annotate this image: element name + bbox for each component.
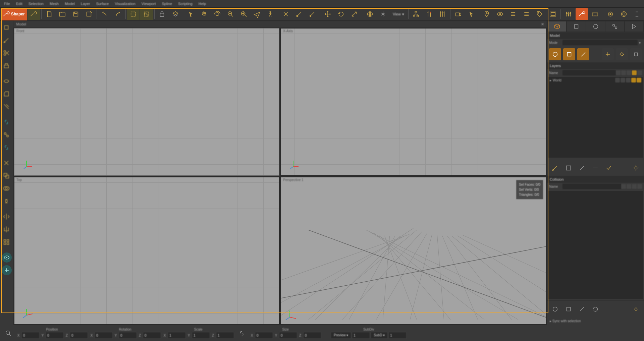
menu-edit[interactable]: Edit <box>13 1 25 6</box>
menu-selection[interactable]: Selection <box>26 1 46 6</box>
rp-coll-4[interactable] <box>589 162 601 174</box>
render-button[interactable] <box>618 8 630 20</box>
rp-show-shaded[interactable] <box>577 48 589 60</box>
frame-button[interactable] <box>547 8 559 20</box>
snap-vertex-button[interactable] <box>279 8 292 20</box>
bb-link-scale[interactable] <box>235 327 248 339</box>
rp-show-wireframe[interactable] <box>563 48 575 60</box>
lt-visibility-toggle[interactable] <box>2 252 12 263</box>
settings-button[interactable] <box>562 8 575 20</box>
menu-visualization[interactable]: Visualization <box>112 1 138 6</box>
rp-coll-3[interactable] <box>576 162 588 174</box>
rp-tab-lod[interactable] <box>567 21 585 32</box>
layer-item[interactable]: ▸World <box>548 77 643 83</box>
camera-button[interactable] <box>452 8 464 20</box>
world-axis-button[interactable] <box>364 8 376 20</box>
subdiv-level-input[interactable]: 1 <box>388 332 407 339</box>
menu-spline[interactable]: Spline <box>159 1 175 6</box>
pos-x-input[interactable]: 0 <box>21 332 40 339</box>
save-as-button[interactable] <box>83 8 95 20</box>
tag-button[interactable] <box>533 8 546 20</box>
lt-knife[interactable] <box>0 101 12 113</box>
rp-sync-row[interactable]: ▸ Sync with selection <box>547 317 644 325</box>
rp-tab-joints[interactable] <box>605 21 624 32</box>
subdiv-input[interactable]: 1 <box>352 332 370 339</box>
lt-mirror[interactable] <box>0 223 12 235</box>
rp-b1[interactable] <box>549 303 561 315</box>
bb-pick-button[interactable] <box>2 327 15 339</box>
rp-opt3[interactable] <box>630 48 642 60</box>
lt-bool-intersect[interactable] <box>0 195 12 207</box>
select-rect-button[interactable] <box>127 8 140 20</box>
lock-button[interactable] <box>156 8 168 20</box>
menu-surface[interactable]: Surface <box>93 1 111 6</box>
rp-b3[interactable] <box>576 303 588 315</box>
menu-layer[interactable]: Layer <box>78 1 93 6</box>
expand-button[interactable] <box>631 8 643 20</box>
zoom-region-button[interactable] <box>237 8 250 20</box>
rot-y-input[interactable]: 0 <box>119 332 137 339</box>
name2-input[interactable] <box>562 184 621 189</box>
size-z-input[interactable]: 0 <box>303 332 321 339</box>
open-file-button[interactable] <box>56 8 69 20</box>
lt-edge-loop[interactable] <box>0 75 12 87</box>
lt-add-button[interactable] <box>2 265 12 275</box>
lt-cut[interactable] <box>0 47 12 59</box>
scale-z-input[interactable]: 1 <box>216 332 234 339</box>
dropdown-icon[interactable]: ▾ <box>638 41 642 45</box>
walk-button[interactable] <box>264 8 276 20</box>
lt-bool-subtract[interactable] <box>0 170 12 182</box>
rp-b5[interactable] <box>630 303 642 315</box>
lt-object-mode[interactable] <box>0 21 12 34</box>
rp-collision-list[interactable] <box>548 191 643 299</box>
align-button[interactable] <box>436 8 448 20</box>
name-input[interactable] <box>562 70 616 75</box>
view-dropdown[interactable]: View▾ <box>390 11 407 17</box>
save-button[interactable] <box>69 8 82 20</box>
pick-button[interactable] <box>465 8 477 20</box>
lt-collapse[interactable] <box>0 157 12 169</box>
snap-face-button[interactable] <box>306 8 318 20</box>
local-axis-button[interactable] <box>377 8 389 20</box>
menu-mesh[interactable]: Mesh <box>47 1 61 6</box>
menu-scripting[interactable]: Scripting <box>175 1 195 6</box>
orbit-tool-button[interactable] <box>211 8 223 20</box>
snap-up-button[interactable] <box>423 8 435 20</box>
new-file-button[interactable] <box>43 8 55 20</box>
lt-weld[interactable] <box>0 129 12 141</box>
hand-tool-button[interactable] <box>198 8 210 20</box>
menu-help[interactable]: Help <box>196 1 209 6</box>
subdiv-preview-dropdown[interactable]: Preview ▾ <box>331 332 351 339</box>
rp-layer-list[interactable]: ▸World <box>548 77 643 158</box>
cursor-tool-button[interactable] <box>184 8 197 20</box>
visibility-button[interactable] <box>494 8 506 20</box>
layers-button[interactable] <box>169 8 181 20</box>
lt-array[interactable] <box>0 236 12 248</box>
rp-tab-anim[interactable] <box>625 21 643 32</box>
move-tool-button[interactable] <box>322 8 334 20</box>
lt-link1[interactable] <box>0 116 12 128</box>
scale-y-input[interactable]: 1 <box>192 332 210 339</box>
rp-coll-settings[interactable] <box>630 162 642 174</box>
rotate-tool-button[interactable] <box>335 8 347 20</box>
shaper-mode-button[interactable]: Shaper <box>1 8 27 20</box>
list-button[interactable] <box>507 8 520 20</box>
lt-paint[interactable] <box>0 34 12 46</box>
rp-coll-2[interactable] <box>562 162 575 174</box>
rp-show-all[interactable] <box>549 48 561 60</box>
menu-model[interactable]: Model <box>62 1 77 6</box>
select-lasso-button[interactable] <box>140 8 153 20</box>
list2-button[interactable] <box>520 8 533 20</box>
rp-coll-5[interactable] <box>603 162 615 174</box>
rp-b4[interactable] <box>589 303 601 315</box>
scale-x-input[interactable]: 1 <box>168 332 186 339</box>
rp-tab-model[interactable] <box>548 21 566 32</box>
rp-coll-1[interactable] <box>549 162 561 174</box>
lt-bevel[interactable] <box>0 88 12 100</box>
undo-button[interactable] <box>98 8 111 20</box>
wrench-settings-button[interactable] <box>576 8 588 20</box>
subdiv-type-dropdown[interactable]: SubD ▾ <box>371 332 388 339</box>
rot-z-input[interactable]: 0 <box>143 332 161 339</box>
lt-bool-union[interactable] <box>0 182 12 194</box>
keyboard-button[interactable] <box>589 8 601 20</box>
